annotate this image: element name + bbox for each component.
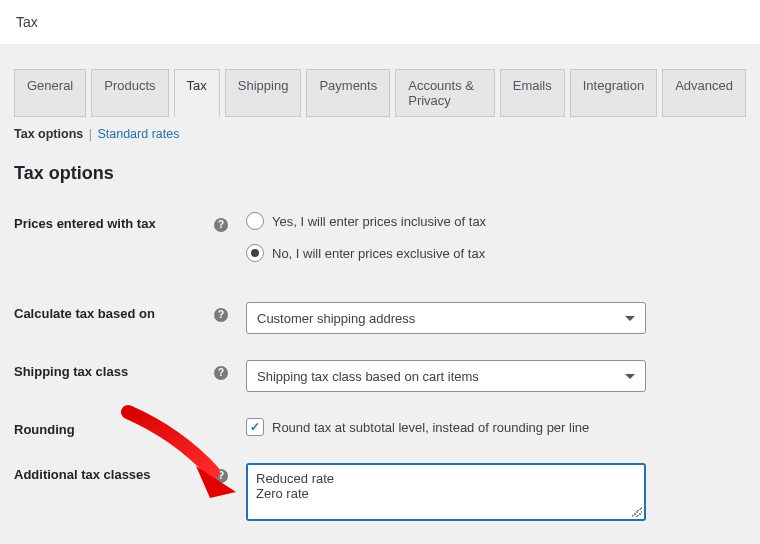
label-additional-tax-classes: Additional tax classes [14,463,214,482]
separator: | [89,127,92,141]
select-value: Customer shipping address [257,311,415,326]
label-calc-based-on: Calculate tax based on [14,302,214,321]
row-rounding: Rounding Round tax at subtotal level, in… [14,418,746,437]
chevron-down-icon [625,374,635,379]
settings-tabs: General Products Tax Shipping Payments A… [14,69,746,117]
tab-tax[interactable]: Tax [174,69,220,117]
help-additional-tax-classes[interactable]: ? [214,463,246,483]
section-heading: Tax options [14,163,746,184]
checkbox-rounding[interactable]: Round tax at subtotal level, instead of … [246,418,746,436]
radio-icon [246,212,264,230]
subtab-standard-rates[interactable]: Standard rates [97,127,179,141]
page-title: Tax [16,14,38,30]
question-icon: ? [214,308,228,322]
help-shipping-tax-class[interactable]: ? [214,360,246,380]
top-bar: Tax [0,0,760,45]
subtab-tax-options[interactable]: Tax options [14,127,83,141]
help-calc-based-on[interactable]: ? [214,302,246,322]
row-additional-tax-classes: Additional tax classes ? Reduced rate Ze… [14,463,746,521]
radio-label-inclusive: Yes, I will enter prices inclusive of ta… [272,214,486,229]
radio-icon [246,244,264,262]
sub-tabs: Tax options | Standard rates [14,127,746,141]
tab-integration[interactable]: Integration [570,69,657,117]
question-icon: ? [214,218,228,232]
radio-inclusive[interactable]: Yes, I will enter prices inclusive of ta… [246,212,746,230]
checkbox-icon [246,418,264,436]
tab-general[interactable]: General [14,69,86,117]
question-icon: ? [214,469,228,483]
row-prices-with-tax: Prices entered with tax ? Yes, I will en… [14,212,746,262]
checkbox-label-rounding: Round tax at subtotal level, instead of … [272,420,589,435]
label-prices-with-tax: Prices entered with tax [14,212,214,231]
content-area: General Products Tax Shipping Payments A… [0,45,760,544]
tab-shipping[interactable]: Shipping [225,69,302,117]
tab-payments[interactable]: Payments [306,69,390,117]
select-shipping-tax-class[interactable]: Shipping tax class based on cart items [246,360,646,392]
tab-emails[interactable]: Emails [500,69,565,117]
chevron-down-icon [625,316,635,321]
label-rounding: Rounding [14,418,214,437]
tab-advanced[interactable]: Advanced [662,69,746,117]
radio-label-exclusive: No, I will enter prices exclusive of tax [272,246,485,261]
select-calc-based-on[interactable]: Customer shipping address [246,302,646,334]
select-value: Shipping tax class based on cart items [257,369,479,384]
help-prices-with-tax[interactable]: ? [214,212,246,232]
question-icon: ? [214,366,228,380]
help-placeholder [214,418,246,422]
textarea-additional-tax-classes[interactable]: Reduced rate Zero rate [246,463,646,521]
row-calc-based-on: Calculate tax based on ? Customer shippi… [14,302,746,334]
radio-exclusive[interactable]: No, I will enter prices exclusive of tax [246,244,746,262]
row-shipping-tax-class: Shipping tax class ? Shipping tax class … [14,360,746,392]
label-shipping-tax-class: Shipping tax class [14,360,214,379]
tab-accounts-privacy[interactable]: Accounts & Privacy [395,69,495,117]
tab-products[interactable]: Products [91,69,168,117]
